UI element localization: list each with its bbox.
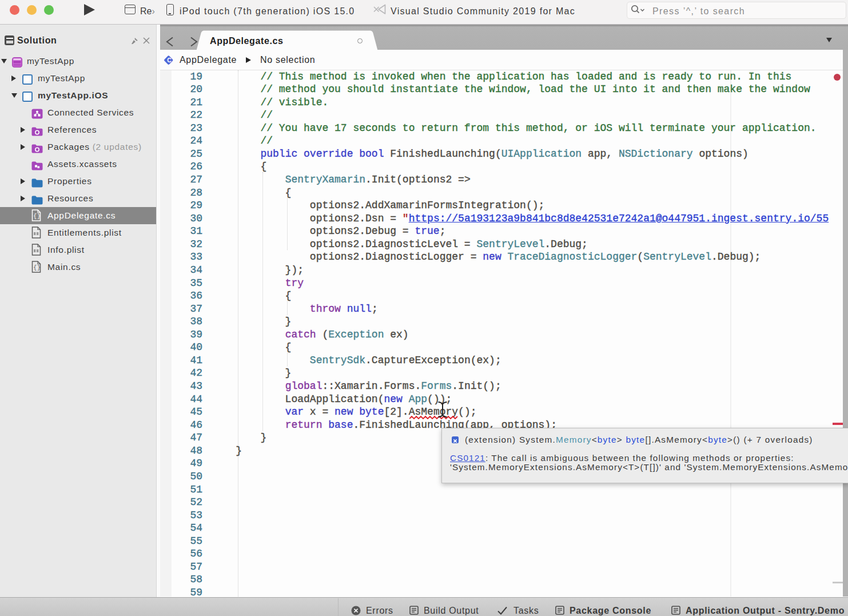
svg-text:{}: {} [33, 213, 41, 220]
svg-text:{}: {} [33, 265, 41, 271]
